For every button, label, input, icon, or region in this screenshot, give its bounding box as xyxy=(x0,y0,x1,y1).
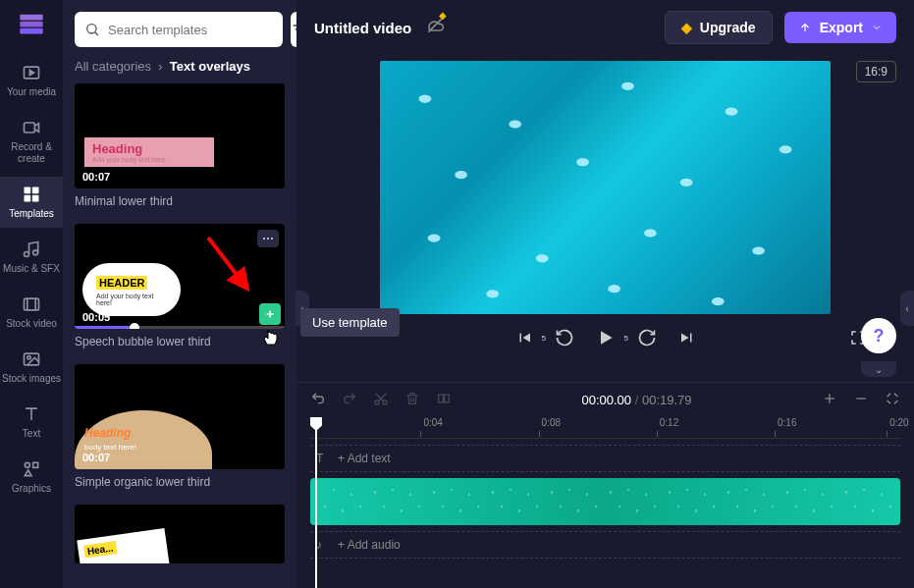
template-progress[interactable] xyxy=(75,326,285,329)
svg-rect-11 xyxy=(25,298,39,310)
svg-rect-29 xyxy=(439,395,444,402)
main-area: ‹ ‹ Untitled video ◆ ◆ Upgrade Export xyxy=(296,0,914,588)
nav-label: Templates xyxy=(9,208,54,220)
player-controls: 5 5 xyxy=(314,314,896,361)
nav-label: Your media xyxy=(7,86,56,98)
preview-body: body text here! xyxy=(84,443,136,452)
template-duration: 00:07 xyxy=(82,452,110,463)
template-more-button[interactable]: ⋯ xyxy=(257,230,279,247)
template-thumbnail[interactable]: ⋯ HEADER Add your body text here! 00:05 xyxy=(75,224,285,329)
nav-music-sfx[interactable]: Music & SFX xyxy=(0,232,63,283)
nav-graphics[interactable]: Graphics xyxy=(0,452,63,503)
nav-stock-images[interactable]: Stock images xyxy=(0,342,63,393)
preview-body: Add your body text here! xyxy=(96,293,167,306)
nav-your-media[interactable]: Your media xyxy=(0,55,63,106)
rewind-5-button[interactable]: 5 xyxy=(555,328,574,347)
template-card-speech-bubble: ⋯ HEADER Add your body text here! 00:05 … xyxy=(75,224,285,348)
aspect-ratio-button[interactable]: 16:9 xyxy=(856,61,896,82)
template-label: Speech bubble lower third xyxy=(75,335,285,348)
project-title[interactable]: Untitled video xyxy=(314,20,411,36)
breadcrumb-root[interactable]: All categories xyxy=(75,59,151,74)
svg-rect-0 xyxy=(20,15,42,21)
upload-icon xyxy=(798,21,812,34)
breadcrumb: All categories › Text overlays xyxy=(75,59,285,74)
template-card-organic: Heading body text here! 00:07 Simple org… xyxy=(75,364,285,489)
add-text-label: + Add text xyxy=(338,452,391,465)
nav-label: Stock video xyxy=(6,318,57,330)
svg-rect-2 xyxy=(20,28,42,34)
timeline-playhead[interactable] xyxy=(310,417,322,559)
fit-button[interactable] xyxy=(885,391,900,409)
annotation-arrow xyxy=(200,230,259,298)
svg-rect-7 xyxy=(25,195,31,202)
template-duration: 00:07 xyxy=(82,171,110,183)
template-thumbnail[interactable]: Heading Add your body text here 00:07 xyxy=(75,83,285,188)
svg-rect-4 xyxy=(25,123,35,133)
search-box[interactable] xyxy=(75,12,283,47)
svg-rect-30 xyxy=(445,395,450,402)
delete-button[interactable] xyxy=(404,391,420,409)
video-canvas[interactable] xyxy=(380,61,831,314)
time-display: 00:00.00 / 00:19.79 xyxy=(467,393,806,407)
preview-heading: Heading xyxy=(84,426,131,440)
nav-text[interactable]: Text xyxy=(0,397,63,448)
preview-body: Add your body text here xyxy=(92,156,165,163)
template-duration: 00:05 xyxy=(82,311,110,323)
svg-point-9 xyxy=(25,252,29,257)
skip-start-button[interactable] xyxy=(515,329,533,347)
nav-label: Text xyxy=(23,428,40,440)
svg-rect-8 xyxy=(32,195,39,202)
use-template-tooltip: Use template xyxy=(300,308,400,337)
gem-icon: ◆ xyxy=(439,10,447,21)
undo-button[interactable] xyxy=(310,391,326,409)
forward-5-button[interactable]: 5 xyxy=(637,328,657,347)
zoom-out-button[interactable] xyxy=(853,391,869,409)
nav-label: Music & SFX xyxy=(3,263,60,275)
zoom-in-button[interactable] xyxy=(822,391,837,409)
svg-rect-5 xyxy=(25,187,31,194)
play-button[interactable] xyxy=(596,328,616,347)
svg-line-23 xyxy=(208,238,247,289)
icon-sidebar: Your media Record & create Templates Mus… xyxy=(0,0,63,588)
redo-button[interactable] xyxy=(342,391,357,409)
search-input[interactable] xyxy=(108,23,273,37)
nav-label: Stock images xyxy=(2,373,61,385)
preview-heading: Heading xyxy=(92,141,165,156)
template-label: Minimal lower third xyxy=(75,194,285,208)
template-card-partial: Hea... xyxy=(75,505,285,563)
preview-heading: HEADER xyxy=(96,276,147,290)
video-clip[interactable] xyxy=(310,478,900,525)
timeline-ruler[interactable]: 0:04 0:08 0:12 0:16 0:20 xyxy=(310,417,900,439)
nav-label: Graphics xyxy=(12,483,51,495)
nav-label: Record & create xyxy=(0,141,63,165)
export-button[interactable]: Export xyxy=(784,12,896,43)
upgrade-button[interactable]: ◆ Upgrade xyxy=(665,11,773,44)
svg-point-15 xyxy=(27,356,30,359)
template-thumbnail[interactable]: Hea... xyxy=(75,505,285,563)
svg-rect-6 xyxy=(32,187,39,194)
template-thumbnail[interactable]: Heading body text here! 00:07 xyxy=(75,364,285,469)
skip-end-button[interactable] xyxy=(678,329,696,347)
svg-line-19 xyxy=(95,32,98,35)
help-button[interactable]: ? xyxy=(861,318,896,353)
text-track[interactable]: T + Add text xyxy=(310,445,900,472)
gem-icon: ◆ xyxy=(681,20,692,35)
plus-icon xyxy=(264,308,276,320)
audio-track[interactable]: ♪ + Add audio xyxy=(310,531,900,559)
nav-record-create[interactable]: Record & create xyxy=(0,110,63,173)
templates-panel: All categories › Text overlays Heading A… xyxy=(63,0,296,588)
collapse-preview-button[interactable]: ⌄ xyxy=(861,361,896,377)
nav-templates[interactable]: Templates xyxy=(0,177,63,228)
svg-point-10 xyxy=(33,250,38,255)
template-add-button[interactable] xyxy=(259,303,281,325)
collapse-panel-right-button[interactable]: ‹ xyxy=(900,291,914,326)
split-button[interactable] xyxy=(436,391,452,409)
timeline-toolbar: 00:00.00 / 00:19.79 xyxy=(310,391,900,409)
timeline-area: 00:00.00 / 00:19.79 0:04 0:08 0:12 0:16 … xyxy=(296,382,914,588)
nav-stock-video[interactable]: Stock video xyxy=(0,287,63,338)
upgrade-label: Upgrade xyxy=(700,20,756,35)
cut-button[interactable] xyxy=(373,391,389,409)
search-icon xyxy=(84,22,100,37)
export-label: Export xyxy=(820,20,863,35)
template-card-minimal: Heading Add your body text here 00:07 Mi… xyxy=(75,83,285,208)
